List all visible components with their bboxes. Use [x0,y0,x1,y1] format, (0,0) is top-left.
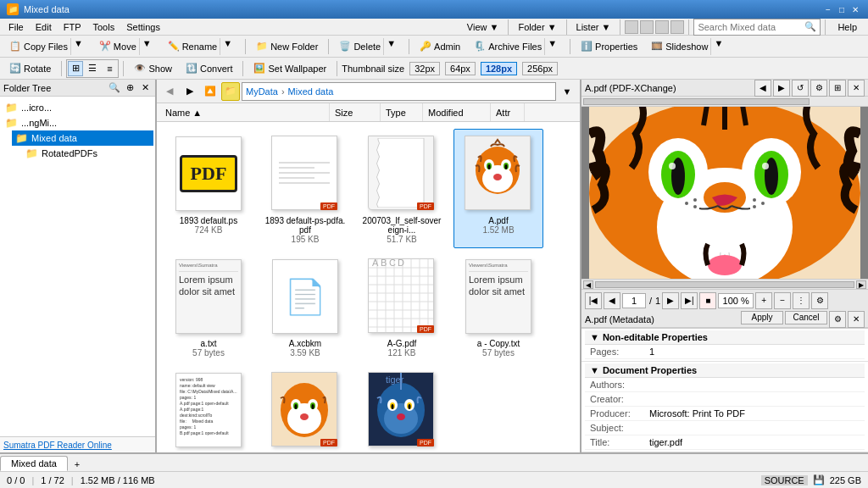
viewer-close[interactable]: ✕ [848,80,865,97]
add-tab-button[interactable]: + [70,458,85,471]
tree-item-mixed-data[interactable]: 📁 Mixed data [12,130,153,146]
slideshow-button[interactable]: 🎞️ Slideshow ▼ [645,37,732,56]
delete-button[interactable]: 🗑️ Delete ▼ [333,37,404,56]
file-item-200703[interactable]: PDF 200703_lf_self-sovereign-i... 51.7 K… [357,129,447,248]
archive-dropdown[interactable]: ▼ [544,38,559,55]
viewer-settings-btn[interactable]: ⚙ [811,292,828,309]
show-button[interactable]: 👁️ Show [128,59,178,78]
archive-files-button[interactable]: 🗜️ Archive Files ▼ [468,37,565,56]
move-button[interactable]: ✂️ Move ▼ [93,37,160,56]
nav-next-btn[interactable]: ▶ [662,292,679,309]
file-item-meta[interactable]: version: 998 name: default view file: C:… [164,365,253,452]
file-item-tiger2[interactable]: PDF [260,365,350,452]
col-type[interactable]: Type [381,103,423,121]
file-item-atxt[interactable]: Viewers\Sumatra Lorem ipsum dolor sit am… [164,252,253,362]
nav-home-button[interactable]: 📁 [221,82,240,101]
menu-settings[interactable]: Settings [121,20,165,34]
scroll-left-btn[interactable]: ◀ [583,280,593,289]
menu-ftp[interactable]: FTP [58,20,86,34]
rotate-button[interactable]: 🔄 Rotate [3,59,57,78]
path-segment-root[interactable]: MyData [246,86,278,97]
viewer-refresh[interactable]: ↺ [792,80,809,97]
page-number-input[interactable] [622,293,646,308]
tab-mixed-data[interactable]: Mixed data [0,456,68,471]
size-64-button[interactable]: 64px [445,62,476,75]
tree-item-0[interactable]: 📁 ...icro... [2,100,153,115]
stop-btn[interactable]: ■ [699,292,716,309]
size-32-button[interactable]: 32px [409,62,440,75]
nav-up-button[interactable]: 🔼 [201,82,220,101]
viewer-hscroll-bottom[interactable]: ◀ ▶ [581,279,868,289]
menu-folder[interactable]: Folder ▼ [513,20,561,34]
viewer-more-btn[interactable]: ⋮ [793,292,810,309]
sumatra-link[interactable]: Sumatra PDF Reader Online [3,441,112,450]
col-attr[interactable]: Attr [491,103,525,121]
file-item-1893-ps[interactable]: PDF 1893 default.ps 724 KB [164,129,253,248]
maximize-button[interactable]: □ [836,3,848,15]
move-dropdown[interactable]: ▼ [139,38,154,55]
tree-item-1[interactable]: 📁 ...ngMi... [2,115,153,130]
rename-dropdown[interactable]: ▼ [220,38,235,55]
file-item-1893-pdf[interactable]: PDF 1893 default-ps-pdfa.pdf 195 KB [260,129,350,248]
menu-file[interactable]: File [3,20,29,34]
nav-first-btn[interactable]: |◀ [585,292,602,309]
apply-button[interactable]: Apply [741,311,783,324]
toolbar-icon-4[interactable] [670,20,684,34]
tree-close-icon[interactable]: ✕ [138,81,152,95]
copy-files-button[interactable]: 📋 Copy Files ▼ [3,37,92,56]
scroll-right-btn[interactable]: ▶ [856,280,866,289]
toolbar-icon-1[interactable] [625,20,638,34]
nav-back-button[interactable]: ◀ [160,82,179,101]
viewer-nav-back[interactable]: ◀ [754,80,771,97]
slideshow-dropdown[interactable]: ▼ [710,38,726,55]
file-item-ag-pdf[interactable]: A B C D PDF A-G.pdf 121 KB [357,252,447,362]
help-button[interactable]: Help [830,18,865,36]
menu-tools[interactable]: Tools [87,20,120,34]
collapse-icon[interactable]: ▼ [590,332,599,342]
menu-edit[interactable]: Edit [31,20,57,34]
view-mode-3[interactable]: ≡ [102,61,117,76]
viewer-settings[interactable]: ⚙ [810,80,827,97]
size-128-button[interactable]: 128px [481,62,517,75]
view-mode-1[interactable]: ⊞ [68,61,83,76]
cancel-button[interactable]: Cancel [785,311,827,324]
col-size[interactable]: Size [330,103,381,121]
search-box[interactable]: 🔍 [693,19,821,36]
delete-dropdown[interactable]: ▼ [383,38,398,55]
minimize-button[interactable]: − [822,3,834,15]
tree-item-rotated-pdfs[interactable]: 📁 RotatedPDFs [22,146,153,161]
nav-prev-btn[interactable]: ◀ [604,292,620,309]
tree-search-icon[interactable]: 🔍 [108,81,121,95]
metadata-settings-btn[interactable]: ⚙ [829,311,846,328]
nav-forward-button[interactable]: ▶ [181,82,199,101]
col-name[interactable]: Name ▲ [160,103,330,121]
metadata-close-btn[interactable]: ✕ [848,311,865,328]
copy-dropdown[interactable]: ▼ [70,38,86,55]
file-item-copy-txt[interactable]: Viewers\Sumatra Lorem ipsum dolor sit am… [453,252,543,362]
convert-button[interactable]: 🔃 Convert [180,59,239,78]
search-input[interactable] [698,22,804,32]
file-item-apdf[interactable]: A.pdf 1.52 MB [453,129,543,248]
menu-lister[interactable]: Lister ▼ [571,20,616,34]
toolbar-icon-2[interactable] [640,20,654,34]
zoom-out-btn[interactable]: − [774,292,791,309]
viewer-nav-forward[interactable]: ▶ [773,80,790,97]
col-modified[interactable]: Modified [423,103,491,121]
view-mode-2[interactable]: ☰ [85,61,100,76]
menu-view[interactable]: View ▼ [462,20,504,34]
size-256-button[interactable]: 256px [522,62,558,75]
admin-button[interactable]: 🔑 Admin [414,37,466,56]
viewer-hscroll[interactable] [581,97,868,107]
file-item-tiger3[interactable]: tiger PDF [357,365,447,452]
file-item-xcbkm[interactable]: 📄 A.xcbkm 3.59 KB [260,252,350,362]
zoom-input[interactable] [718,293,754,308]
collapse-icon2[interactable]: ▼ [590,365,599,375]
toolbar-icon-3[interactable] [655,20,669,34]
path-segment-current[interactable]: Mixed data [288,86,334,97]
close-button[interactable]: ✕ [849,3,861,15]
viewer-expand[interactable]: ⊞ [829,80,846,97]
new-folder-button[interactable]: 📁 New Folder [250,37,324,56]
zoom-in-btn[interactable]: + [755,292,772,309]
set-wallpaper-button[interactable]: 🖼️ Set Wallpaper [248,59,332,78]
nav-last-btn[interactable]: ▶| [681,292,698,309]
